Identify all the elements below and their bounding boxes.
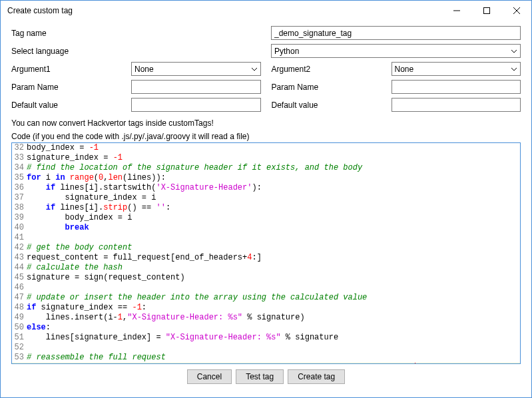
line-number: 46 [12, 283, 27, 293]
button-row: Cancel Test tag Create tag [11, 364, 521, 392]
arg2-select[interactable]: None [392, 62, 521, 76]
code-text: lines[signature_index] = "X-Signature-He… [27, 333, 520, 343]
create-tag-button[interactable]: Create tag [288, 369, 345, 384]
code-line: 34# find the location of the signature h… [12, 163, 520, 173]
language-row: Select language Python [11, 44, 521, 58]
code-line: 53# reassemble the full request [12, 353, 520, 363]
code-text: # reassemble the full request [27, 353, 520, 363]
line-number: 42 [12, 243, 27, 253]
line-number: 52 [12, 343, 27, 353]
line-number: 47 [12, 293, 27, 303]
window-controls [441, 1, 531, 21]
line-number: 50 [12, 323, 27, 333]
code-text: if lines[i].strip() == '': [27, 203, 520, 213]
code-text: # calculate the hash [27, 263, 520, 273]
code-text: # get the body content [27, 243, 520, 253]
line-number: 36 [12, 183, 27, 193]
line-number: 53 [12, 353, 27, 363]
code-line: 46 [12, 283, 520, 293]
line-number: 32 [12, 143, 27, 153]
line-number: 45 [12, 273, 27, 283]
arg1-label: Argument1 [11, 65, 131, 74]
chevron-down-icon [511, 66, 517, 73]
test-tag-button[interactable]: Test tag [236, 369, 284, 384]
param1-label: Param Name [11, 83, 131, 92]
chevron-down-icon [511, 48, 517, 55]
default1-input[interactable] [131, 98, 261, 112]
code-line: 33signature_index = -1 [12, 153, 520, 163]
hint-customtags: You can now convert Hackvertor tags insi… [11, 118, 521, 128]
code-text [27, 343, 520, 353]
code-line: 52 [12, 343, 520, 353]
close-icon [513, 7, 520, 14]
line-number: 51 [12, 333, 27, 343]
default1-label: Default value [11, 100, 131, 110]
line-number: 44 [12, 263, 27, 273]
code-text: signature_index = i [27, 193, 520, 203]
svg-rect-1 [483, 8, 489, 14]
code-line: 49 lines.insert(i-1,"X-Signature-Header:… [12, 313, 520, 323]
language-value: Python [274, 47, 299, 56]
close-button[interactable] [501, 1, 531, 21]
code-line: 37 signature_index = i [12, 193, 520, 203]
minimize-icon [453, 7, 460, 14]
code-line: 43request_content = full_request[end_of_… [12, 253, 520, 263]
code-line: 50else: [12, 323, 520, 333]
line-number: 34 [12, 163, 27, 173]
code-text: else: [27, 323, 520, 333]
language-label: Select language [11, 47, 131, 56]
param1-input[interactable] [131, 80, 261, 94]
tag-name-label: Tag name [11, 29, 131, 38]
code-line: 47# update or insert the header into the… [12, 293, 520, 303]
code-text: signature_index = -1 [27, 153, 520, 163]
argument-row: Argument1 None Argument2 None [11, 62, 521, 76]
cancel-button[interactable]: Cancel [187, 369, 232, 384]
line-number: 33 [12, 153, 27, 163]
code-line: 36 if lines[i].startswith('X-Signature-H… [12, 183, 520, 193]
arg1-select[interactable]: None [131, 62, 261, 76]
code-editor[interactable]: 32body_index = -133signature_index = -13… [11, 142, 521, 364]
param2-label: Param Name [272, 83, 392, 92]
arg2-value: None [395, 65, 414, 74]
arg2-label: Argument2 [272, 65, 392, 74]
default2-input[interactable] [392, 98, 521, 112]
code-line: 39 body_index = i [12, 213, 520, 223]
maximize-icon [483, 7, 490, 14]
code-text: if signature_index == -1: [27, 303, 520, 313]
tag-name-input[interactable] [271, 26, 521, 40]
line-number: 43 [12, 253, 27, 263]
code-text: body_index = -1 [27, 143, 520, 153]
param2-input[interactable] [392, 80, 521, 94]
line-number: 37 [12, 193, 27, 203]
code-line: 45signature = sign(request_content) [12, 273, 520, 283]
code-text: for i in range(0,len(lines)): [27, 173, 520, 183]
language-select[interactable]: Python [271, 44, 521, 58]
code-line: 44# calculate the hash [12, 263, 520, 273]
line-number: 38 [12, 203, 27, 213]
maximize-button[interactable] [471, 1, 501, 21]
code-text: lines.insert(i-1,"X-Signature-Header: %s… [27, 313, 520, 323]
code-line: 38 if lines[i].strip() == '': [12, 203, 520, 213]
code-text [27, 283, 520, 293]
code-line: 32body_index = -1 [12, 143, 520, 153]
minimize-button[interactable] [441, 1, 471, 21]
line-number: 40 [12, 223, 27, 233]
default-value-row: Default value Default value [11, 98, 521, 112]
line-number: 35 [12, 173, 27, 183]
code-text: # update or insert the header into the a… [27, 293, 520, 303]
default2-label: Default value [272, 100, 392, 110]
line-number: 41 [12, 233, 27, 243]
code-line: 40 break [12, 223, 520, 233]
line-number: 39 [12, 213, 27, 223]
code-text: # find the location of the signature hea… [27, 163, 520, 173]
hint-code: Code (if you end the code with .js/.py/.… [11, 132, 521, 141]
dialog-content: Tag name Select language Python Argument… [1, 21, 531, 397]
line-number: 49 [12, 313, 27, 323]
line-number: 48 [12, 303, 27, 313]
code-line: 48if signature_index == -1: [12, 303, 520, 313]
window-title: Create custom tag [7, 6, 441, 15]
titlebar: Create custom tag [1, 1, 531, 21]
code-line: 41 [12, 233, 520, 243]
code-text: break [27, 223, 520, 233]
tag-name-row: Tag name [11, 26, 521, 40]
